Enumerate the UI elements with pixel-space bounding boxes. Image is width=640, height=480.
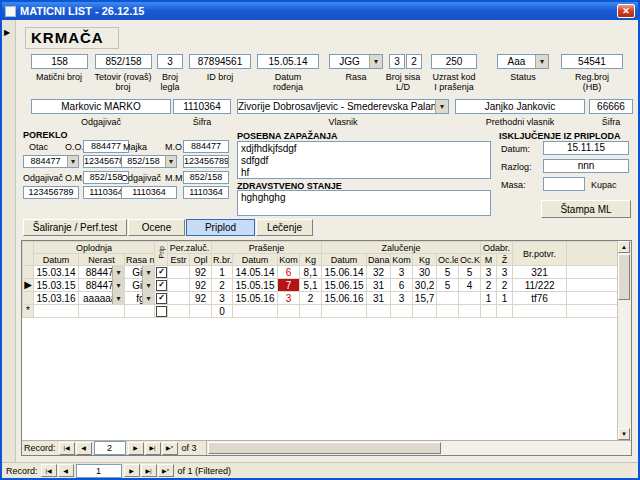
checkbox-unchecked[interactable] <box>156 306 167 317</box>
cell-rbr[interactable]: 3 <box>212 292 233 305</box>
cell-potvr[interactable]: 11/222 <box>513 279 567 292</box>
cell-z-kg[interactable]: 30,2 <box>413 279 437 292</box>
cell-p-datum[interactable]: 15.05.15 <box>233 279 278 292</box>
cell-estr[interactable] <box>168 305 190 318</box>
cell-potvr[interactable] <box>513 305 567 318</box>
checkbox-checked[interactable]: ✓ <box>156 280 167 291</box>
cell-p-kg[interactable]: 5,1 <box>300 279 322 292</box>
cell-p-kom[interactable] <box>278 305 300 318</box>
broj-sisa-d-field[interactable]: 2 <box>406 54 422 69</box>
cell-prip[interactable]: ✓ <box>155 266 168 279</box>
mm1-field[interactable]: 852/158 <box>183 171 229 184</box>
new-row-selector[interactable]: * <box>23 305 34 318</box>
last-record-button[interactable]: ▶| <box>141 464 157 477</box>
new-record-button[interactable]: ▶* <box>162 442 178 455</box>
cell-z-datum[interactable]: 15.06.16 <box>322 292 367 305</box>
cell-ock[interactable] <box>459 292 481 305</box>
reg-broj-field[interactable]: 54541 <box>561 54 623 69</box>
previous-record-button[interactable]: ◀ <box>76 442 92 455</box>
cell-rbr[interactable]: 1 <box>212 266 233 279</box>
vlasnik-select[interactable]: Zivorije Dobrosavljevic - Smederevska Pa… <box>237 99 449 114</box>
checkbox-checked[interactable]: ✓ <box>156 267 167 278</box>
cell-m[interactable] <box>481 305 497 318</box>
close-button[interactable]: ✕ <box>617 4 635 18</box>
cell-ocleg[interactable] <box>437 305 459 318</box>
cell-rbr[interactable]: 0 <box>212 305 233 318</box>
dropdown-icon[interactable]: ▾ <box>112 266 124 278</box>
cell-p-datum[interactable]: 14.05.14 <box>233 266 278 279</box>
cell-potvr[interactable]: 321 <box>513 266 567 279</box>
record-position-input[interactable]: 1 <box>76 464 122 478</box>
cell-z[interactable]: 2 <box>497 279 513 292</box>
iskljucenje-datum-field[interactable]: 15.11.15 <box>543 141 629 155</box>
cell-ocleg[interactable] <box>437 292 459 305</box>
otac-select[interactable]: 884477▾ <box>23 155 79 168</box>
horizontal-scrollbar[interactable] <box>206 441 631 455</box>
dropdown-icon[interactable]: ▾ <box>112 292 124 304</box>
cell-datum[interactable]: 15.03.16 <box>34 292 79 305</box>
cell-datum[interactable]: 15.03.15 <box>34 279 79 292</box>
cell-rasa[interactable] <box>125 305 155 318</box>
prethodni-vlasnik-field[interactable]: Janjko Jankovic <box>455 99 585 114</box>
cell-z-dana[interactable]: 31 <box>367 279 391 292</box>
dropdown-icon[interactable]: ▾ <box>142 279 154 291</box>
cell-z-dana[interactable]: 31 <box>367 292 391 305</box>
cell-datum[interactable]: 15.03.14 <box>34 266 79 279</box>
dropdown-icon[interactable]: ▾ <box>435 100 448 113</box>
uzrast-field[interactable]: 250 <box>431 54 477 69</box>
iskljucenje-razlog-field[interactable]: nnn <box>543 159 629 173</box>
mo2-field[interactable]: 123456789 <box>183 155 229 168</box>
new-record-row[interactable]: * 0 <box>23 305 618 318</box>
cell-nerast[interactable]: 884477▾ <box>79 266 125 279</box>
row-selector-current[interactable]: ▶ <box>23 279 34 292</box>
cell-opl[interactable]: 92 <box>190 266 212 279</box>
majka-odgajivac-field[interactable]: 1110364 <box>121 186 177 199</box>
cell-z-datum[interactable]: 15.06.14 <box>322 266 367 279</box>
cell-ocleg[interactable]: 5 <box>437 279 459 292</box>
cell-z-dana[interactable] <box>367 305 391 318</box>
broj-legla-field[interactable]: 3 <box>157 54 183 69</box>
majka-select[interactable]: 852/158▾ <box>121 155 177 168</box>
cell-p-kom-selected[interactable]: 7 <box>278 279 300 292</box>
cell-z-dana[interactable]: 32 <box>367 266 391 279</box>
dropdown-icon[interactable]: ▾ <box>112 279 124 291</box>
cell-opl[interactable]: 92 <box>190 279 212 292</box>
stampa-ml-button[interactable]: Štampa ML <box>541 200 631 218</box>
previous-record-button[interactable]: ◀ <box>58 464 74 477</box>
dropdown-icon[interactable]: ▾ <box>369 55 382 68</box>
cell-z-kg[interactable]: 30 <box>413 266 437 279</box>
cell-p-kom[interactable]: 3 <box>278 292 300 305</box>
vertical-scrollbar[interactable]: ▲ ▼ <box>617 241 631 440</box>
tab-ocene[interactable]: Ocene <box>128 219 185 236</box>
dropdown-icon[interactable]: ▾ <box>535 55 548 68</box>
zapazanja-textarea[interactable]: xdjfhdkjfsdgf sdfgdf hf <box>237 141 491 179</box>
first-record-button[interactable]: |◀ <box>59 442 75 455</box>
cell-m[interactable]: 3 <box>481 266 497 279</box>
new-record-button[interactable]: ▶* <box>158 464 174 477</box>
id-broj-field[interactable]: 87894561 <box>189 54 251 69</box>
cell-p-datum[interactable]: 15.05.16 <box>233 292 278 305</box>
table-row[interactable]: 15.03.14 884477▾ GiX▾ ✓ 92 1 14.05.14 6 … <box>23 266 618 279</box>
cell-datum[interactable] <box>34 305 79 318</box>
dropdown-icon[interactable]: ▾ <box>142 292 154 304</box>
status-select[interactable]: Aaa▾ <box>497 54 549 69</box>
odgajivac-sifra-field[interactable]: 1110364 <box>173 99 231 114</box>
iskljucenje-masa-field[interactable] <box>543 177 585 191</box>
cell-rbr[interactable]: 2 <box>212 279 233 292</box>
cell-p-kom[interactable]: 6 <box>278 266 300 279</box>
cell-p-kg[interactable] <box>300 305 322 318</box>
cell-m[interactable]: 1 <box>481 292 497 305</box>
datum-rodjenja-field[interactable]: 15.05.14 <box>257 54 319 69</box>
cell-nerast[interactable] <box>79 305 125 318</box>
cell-nerast[interactable]: 884477▾ <box>79 279 125 292</box>
tetovir-broj-field[interactable]: 852/158 <box>95 54 152 69</box>
odgajivac-field[interactable]: Markovic MARKO <box>31 99 171 114</box>
form-record-selector[interactable]: ▶ <box>2 20 16 462</box>
cell-p-datum[interactable] <box>233 305 278 318</box>
last-record-button[interactable]: ▶| <box>145 442 161 455</box>
row-selector[interactable] <box>23 292 34 305</box>
cell-m[interactable]: 2 <box>481 279 497 292</box>
cell-estr[interactable] <box>168 292 190 305</box>
zdravstveno-textarea[interactable]: hghghghg <box>237 190 491 216</box>
cell-p-kg[interactable]: 8,1 <box>300 266 322 279</box>
